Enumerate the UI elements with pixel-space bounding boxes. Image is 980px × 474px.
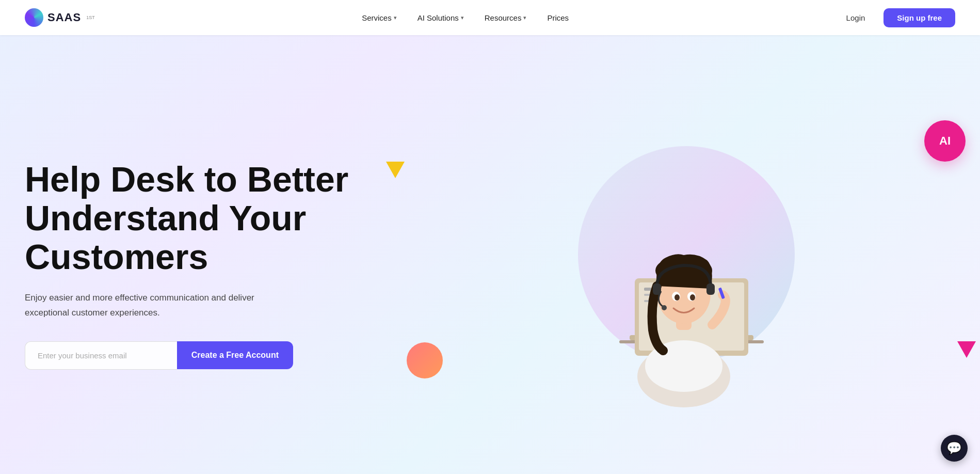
chat-icon: 💬 xyxy=(946,441,962,455)
deco-triangle-yellow xyxy=(386,162,405,178)
logo[interactable]: SAAS 1ST xyxy=(25,8,95,27)
svg-point-17 xyxy=(674,294,680,301)
svg-rect-13 xyxy=(706,283,715,295)
deco-circle-orange xyxy=(407,342,443,378)
chevron-down-icon: ▾ xyxy=(461,14,464,21)
svg-point-14 xyxy=(662,305,667,310)
ai-badge: AI xyxy=(924,120,966,162)
svg-point-18 xyxy=(690,294,695,301)
nav-link-resources[interactable]: Resources ▾ xyxy=(476,9,535,26)
hero-section: Help Desk to Better Understand Your Cust… xyxy=(0,0,980,474)
nav-link-ai-solutions[interactable]: AI Solutions ▾ xyxy=(409,9,472,26)
signup-button[interactable]: Sign up free xyxy=(883,8,955,27)
chevron-down-icon: ▾ xyxy=(523,14,526,21)
logo-icon xyxy=(25,8,43,27)
hero-subtitle: Enjoy easier and more effective communic… xyxy=(25,291,283,321)
nav-links: Services ▾ AI Solutions ▾ Resources ▾ Pr… xyxy=(354,9,577,26)
email-input[interactable] xyxy=(25,341,177,370)
deco-triangle-pink xyxy=(957,341,976,358)
navbar: SAAS 1ST Services ▾ AI Solutions ▾ Resou… xyxy=(0,0,980,35)
chevron-down-icon: ▾ xyxy=(394,14,397,21)
hero-content: Help Desk to Better Understand Your Cust… xyxy=(25,139,417,369)
nav-link-services[interactable]: Services ▾ xyxy=(354,9,405,26)
chat-bubble-button[interactable]: 💬 xyxy=(941,435,968,462)
hero-title: Help Desk to Better Understand Your Cust… xyxy=(25,160,417,276)
hero-form: Create a Free Account xyxy=(25,341,293,370)
logo-badge: 1ST xyxy=(86,15,95,20)
logo-text: SAAS xyxy=(47,11,81,24)
nav-actions: Login Sign up free xyxy=(836,8,955,27)
hero-person-image xyxy=(588,170,784,409)
login-button[interactable]: Login xyxy=(836,9,876,26)
nav-link-prices[interactable]: Prices xyxy=(539,9,577,26)
create-account-button[interactable]: Create a Free Account xyxy=(177,341,293,369)
hero-image-area: AI xyxy=(417,100,955,409)
